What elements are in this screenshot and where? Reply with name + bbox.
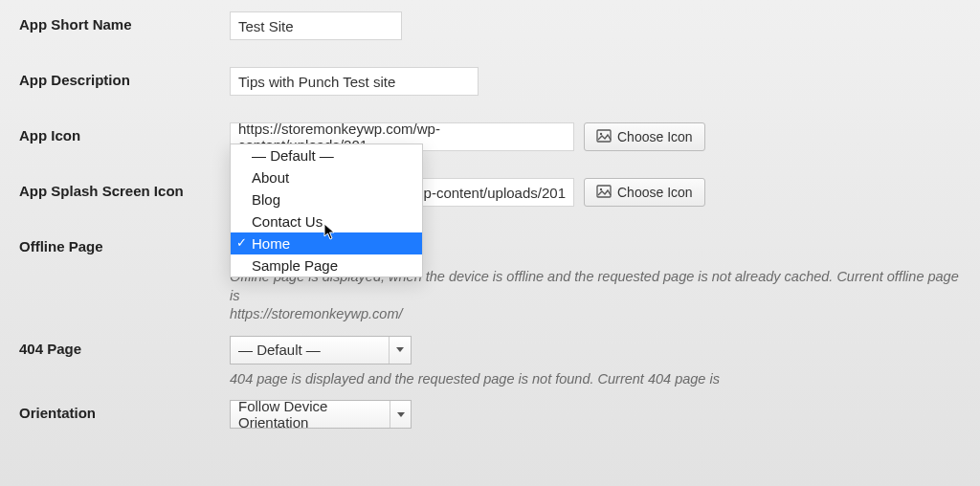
dropdown-option-sample-page[interactable]: Sample Page xyxy=(231,254,422,276)
choose-icon-button[interactable]: Choose Icon xyxy=(584,122,705,151)
404-page-help: 404 page is displayed and the requested … xyxy=(230,370,961,389)
row-app-splash: App Splash Screen Icon p-content/uploads… xyxy=(19,178,961,207)
dropdown-option-contact-us[interactable]: Contact Us xyxy=(231,210,422,232)
image-icon xyxy=(596,128,612,146)
label-app-icon: App Icon xyxy=(19,122,230,144)
label-404-page: 404 Page xyxy=(19,336,230,357)
label-offline-page: Offline Page xyxy=(19,233,230,254)
select-orientation[interactable]: Follow Device Orientation xyxy=(230,400,412,429)
label-app-short-name: App Short Name xyxy=(19,11,230,33)
label-orientation: Orientation xyxy=(19,400,230,421)
input-app-description[interactable]: Tips with Punch Test site xyxy=(230,67,479,96)
row-app-description: App Description Tips with Punch Test sit… xyxy=(19,67,961,96)
check-icon: ✓ xyxy=(236,235,247,250)
input-app-short-name[interactable]: Test Site xyxy=(230,11,402,40)
dropdown-option-blog[interactable]: Blog xyxy=(231,188,422,210)
dropdown-option-home[interactable]: ✓ Home xyxy=(231,232,422,254)
offline-page-dropdown[interactable]: — Default — About Blog Contact Us ✓ Home… xyxy=(230,144,423,277)
dropdown-option-about[interactable]: About xyxy=(231,166,422,188)
row-orientation: Orientation Follow Device Orientation xyxy=(19,400,961,429)
choose-icon-label: Choose Icon xyxy=(617,129,693,144)
svg-point-1 xyxy=(600,132,602,134)
image-icon xyxy=(596,184,612,202)
chevron-down-icon xyxy=(389,337,411,364)
label-app-splash: App Splash Screen Icon xyxy=(19,178,230,199)
row-404-page: 404 Page — Default — 404 page is display… xyxy=(19,336,961,389)
select-404-page[interactable]: — Default — xyxy=(230,336,412,364)
chevron-down-icon xyxy=(390,401,411,428)
row-app-short-name: App Short Name Test Site xyxy=(19,11,961,40)
choose-splash-icon-button[interactable]: Choose Icon xyxy=(584,178,705,207)
svg-point-3 xyxy=(600,188,602,189)
row-offline-page: Offline Page Home Offline page is displa… xyxy=(19,233,961,324)
select-404-page-value: — Default — xyxy=(238,342,321,358)
row-app-icon: App Icon https://storemonkeywp.com/wp-co… xyxy=(19,122,961,151)
select-orientation-value: Follow Device Orientation xyxy=(238,398,390,431)
choose-splash-icon-label: Choose Icon xyxy=(617,185,693,200)
settings-form: App Short Name Test Site App Description… xyxy=(0,0,980,448)
label-app-description: App Description xyxy=(19,67,230,88)
dropdown-option-default[interactable]: — Default — xyxy=(231,144,422,166)
